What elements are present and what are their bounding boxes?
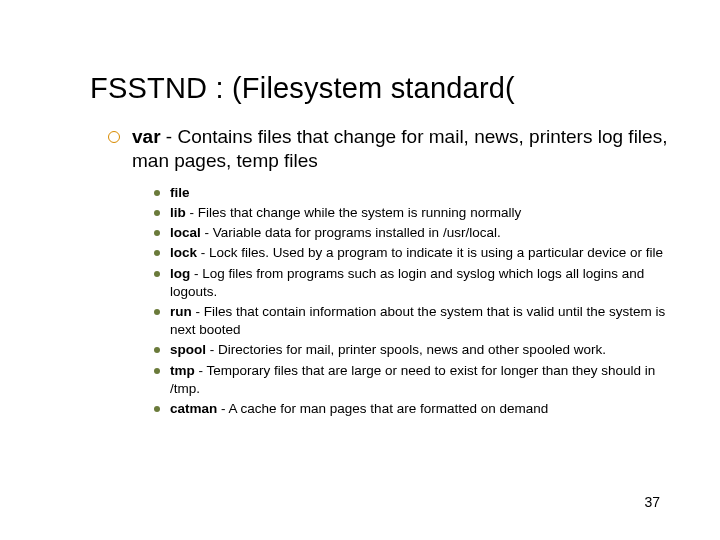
list-item-desc: - Log files from programs such as login …: [170, 266, 644, 299]
level1-term: var: [132, 126, 161, 147]
list-item: lib - Files that change while the system…: [154, 204, 672, 222]
list-item: spool - Directories for mail, printer sp…: [154, 341, 672, 359]
list-item-text: catman - A cache for man pages that are …: [170, 400, 672, 418]
list-item-text: run - Files that contain information abo…: [170, 303, 672, 339]
list-item-term: file: [170, 185, 190, 200]
list-item-term: tmp: [170, 363, 195, 378]
list-item: lock - Lock files. Used by a program to …: [154, 244, 672, 262]
list-item-text: log - Log files from programs such as lo…: [170, 265, 672, 301]
list-item-desc: - Temporary files that are large or need…: [170, 363, 655, 396]
list-item: file: [154, 184, 672, 202]
list-item-text: lock - Lock files. Used by a program to …: [170, 244, 672, 262]
dot-bullet-icon: [154, 210, 160, 216]
list-item-term: log: [170, 266, 190, 281]
list-item: log - Log files from programs such as lo…: [154, 265, 672, 301]
dot-bullet-icon: [154, 230, 160, 236]
list-item-term: catman: [170, 401, 217, 416]
list-item-desc: - Variable data for programs installed i…: [201, 225, 501, 240]
list-item-text: file: [170, 184, 672, 202]
list-item-desc: - A cache for man pages that are formatt…: [217, 401, 548, 416]
dot-bullet-icon: [154, 368, 160, 374]
dot-bullet-icon: [154, 271, 160, 277]
list-item: run - Files that contain information abo…: [154, 303, 672, 339]
list-item-term: local: [170, 225, 201, 240]
sublist: file lib - Files that change while the s…: [154, 184, 672, 419]
list-item-desc: - Directories for mail, printer spools, …: [206, 342, 606, 357]
list-item: tmp - Temporary files that are large or …: [154, 362, 672, 398]
list-item-text: local - Variable data for programs insta…: [170, 224, 672, 242]
list-item-text: lib - Files that change while the system…: [170, 204, 672, 222]
list-item: local - Variable data for programs insta…: [154, 224, 672, 242]
list-item: catman - A cache for man pages that are …: [154, 400, 672, 418]
list-item-text: spool - Directories for mail, printer sp…: [170, 341, 672, 359]
slide-title: FSSTND : (Filesystem standard(: [90, 72, 672, 105]
list-item-desc: - Lock files. Used by a program to indic…: [197, 245, 663, 260]
circle-bullet-icon: [108, 131, 120, 143]
list-item-desc: - Files that contain information about t…: [170, 304, 665, 337]
dot-bullet-icon: [154, 190, 160, 196]
dot-bullet-icon: [154, 250, 160, 256]
dot-bullet-icon: [154, 406, 160, 412]
slide-body: var - Contains files that change for mai…: [108, 125, 672, 418]
list-item-term: lib: [170, 205, 186, 220]
list-item-term: run: [170, 304, 192, 319]
bullet-level1: var - Contains files that change for mai…: [108, 125, 672, 174]
level1-text: var - Contains files that change for mai…: [132, 125, 672, 174]
page-number: 37: [644, 494, 660, 510]
list-item-desc: - Files that change while the system is …: [186, 205, 521, 220]
slide: FSSTND : (Filesystem standard( var - Con…: [0, 0, 720, 540]
list-item-term: spool: [170, 342, 206, 357]
dot-bullet-icon: [154, 309, 160, 315]
level1-desc: - Contains files that change for mail, n…: [132, 126, 667, 171]
list-item-term: lock: [170, 245, 197, 260]
dot-bullet-icon: [154, 347, 160, 353]
list-item-text: tmp - Temporary files that are large or …: [170, 362, 672, 398]
